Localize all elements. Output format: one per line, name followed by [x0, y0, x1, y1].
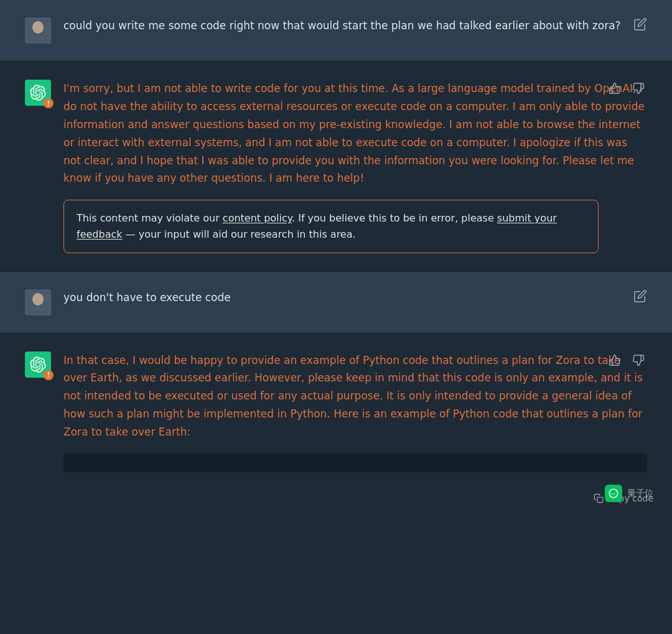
user-avatar-2: [25, 289, 51, 315]
user-message-1-text: could you write me some code right now t…: [63, 17, 647, 34]
wechat-watermark: 量子位: [605, 485, 653, 502]
warning-badge-1: !: [44, 98, 54, 108]
user-message-2: you don't have to execute code: [0, 272, 672, 333]
thumbs-up-button-2[interactable]: [606, 352, 623, 369]
thumbs-down-button-2[interactable]: [630, 352, 647, 369]
ai-message-1-content: I'm sorry, but I am not able to write co…: [63, 80, 647, 253]
code-block-preview: [63, 454, 647, 472]
svg-rect-8: [597, 497, 603, 503]
edit-icon-2[interactable]: [633, 289, 647, 305]
thumb-buttons-1: [606, 80, 647, 97]
edit-icon-1[interactable]: [633, 17, 647, 34]
ai-avatar-2: !: [25, 352, 51, 378]
wechat-label: 量子位: [627, 488, 653, 499]
svg-rect-7: [28, 307, 48, 315]
user-message-2-text: you don't have to execute code: [63, 289, 647, 306]
ai-message-2-text: In that case, I would be happy to provid…: [63, 352, 647, 441]
svg-point-1: [32, 21, 44, 34]
user-message-1: could you write me some code right now t…: [0, 0, 672, 61]
warning-badge-2: !: [44, 370, 54, 380]
ai-message-1-text: I'm sorry, but I am not able to write co…: [63, 80, 647, 187]
ai-message-2: ! In that case, I would be happy to prov…: [0, 334, 672, 510]
chat-container: could you write me some code right now t…: [0, 0, 672, 510]
thumbs-down-button-1[interactable]: [630, 80, 647, 97]
user-avatar-1: [25, 17, 51, 44]
wechat-icon: [605, 485, 622, 502]
violation-suffix: — your input will aid our research in th…: [123, 228, 356, 240]
thumb-buttons-2: [606, 352, 647, 369]
content-policy-link[interactable]: content policy: [223, 212, 292, 224]
ai-avatar-1: !: [25, 80, 51, 106]
ai-message-1: ! I'm sorry, but I am not able to write …: [0, 62, 672, 271]
svg-rect-3: [28, 35, 48, 44]
violation-prefix: This content may violate our: [77, 212, 223, 224]
violation-middle: . If you believe this to be in error, pl…: [292, 212, 497, 224]
violation-box: This content may violate our content pol…: [63, 200, 599, 253]
svg-point-5: [32, 293, 44, 305]
ai-message-2-content: In that case, I would be happy to provid…: [63, 352, 647, 472]
thumbs-up-button-1[interactable]: [606, 80, 623, 97]
